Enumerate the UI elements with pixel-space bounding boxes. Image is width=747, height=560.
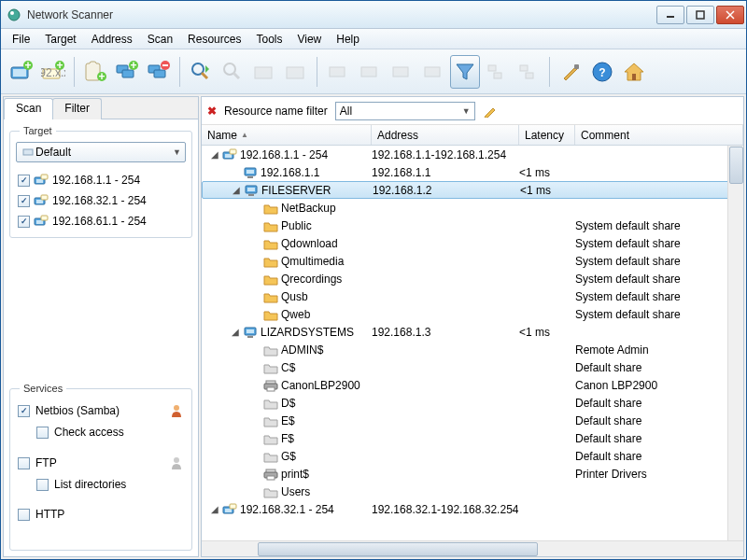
horizontal-scrollbar[interactable] [202, 540, 743, 556]
folder-g-icon [263, 396, 278, 411]
target-checkbox[interactable] [18, 175, 30, 187]
tree-row[interactable]: QdownloadSystem default share [202, 234, 743, 252]
target-checkbox[interactable] [18, 195, 30, 207]
service-checkbox[interactable] [18, 405, 30, 417]
chevron-down-icon: ▼ [462, 106, 471, 116]
row-address: 192.168.1.1 [372, 166, 519, 179]
minimize-button[interactable] [656, 6, 684, 24]
results-tree[interactable]: ◢192.168.1.1 - 254192.168.1.1-192.168.1.… [202, 146, 743, 540]
edit-filter-icon[interactable] [483, 104, 498, 119]
row-name: Qmultimedia [281, 255, 344, 268]
svg-line-27 [233, 73, 239, 78]
menu-scan[interactable]: Scan [140, 31, 180, 48]
col-address-header[interactable]: Address [372, 125, 519, 145]
close-button[interactable] [716, 6, 744, 24]
menu-target[interactable]: Target [37, 31, 83, 48]
tree-row[interactable]: 192.168.1.1192.168.1.1<1 ms [202, 163, 743, 181]
row-name: E$ [281, 414, 295, 427]
host-icon [244, 183, 259, 198]
expander-icon[interactable]: ◢ [209, 149, 219, 160]
service-checkbox[interactable] [18, 457, 30, 469]
tree-row[interactable]: QusbSystem default share [202, 287, 743, 305]
col-name-header[interactable]: Name▲ [202, 125, 372, 145]
svg-rect-35 [494, 73, 501, 78]
tree-row[interactable]: ADMIN$Remote Admin [202, 341, 743, 358]
svg-rect-30 [330, 67, 345, 77]
menu-file[interactable]: File [5, 31, 37, 48]
expander-icon[interactable]: ◢ [230, 327, 240, 337]
tool-b-button [355, 55, 385, 89]
add-range-button[interactable]: 192.x.x+ [38, 55, 68, 89]
tree-row[interactable]: QmultimediaSystem default share [202, 252, 743, 270]
col-latency-header[interactable]: Latency [519, 125, 575, 145]
chevron-down-icon: ▼ [173, 147, 181, 157]
list-button[interactable]: + [80, 55, 110, 89]
maximize-button[interactable] [686, 6, 714, 24]
service-label: Check access [54, 426, 124, 439]
tree-row[interactable]: F$Default share [202, 429, 743, 447]
tree-row[interactable]: CanonLBP2900Canon LBP2900 [202, 376, 743, 394]
tree-row[interactable]: NetBackup [202, 199, 743, 217]
tree-row[interactable]: QrecordingsSystem default share [202, 270, 743, 287]
svg-rect-28 [255, 67, 272, 78]
grid-header: Name▲ Address Latency Comment [202, 125, 743, 146]
row-comment: Default share [575, 397, 727, 410]
row-name: Qusb [281, 290, 308, 303]
row-comment: System default share [575, 255, 727, 268]
service-checkbox[interactable] [18, 509, 30, 521]
row-name: ADMIN$ [281, 343, 323, 357]
settings-button[interactable] [556, 55, 585, 89]
vertical-scrollbar[interactable] [727, 146, 743, 540]
tree-row[interactable]: E$Default share [202, 412, 743, 429]
tree-row[interactable]: G$Default share [202, 447, 743, 465]
left-tabs: Scan Filter [4, 97, 198, 119]
menu-view[interactable]: View [289, 31, 329, 48]
menu-tools[interactable]: Tools [248, 31, 289, 48]
filter-button[interactable] [450, 55, 480, 89]
svg-rect-56 [230, 149, 236, 154]
svg-rect-21 [154, 70, 165, 77]
menu-address[interactable]: Address [84, 31, 140, 48]
svg-rect-37 [526, 73, 533, 78]
tree-row[interactable]: Users [202, 483, 743, 500]
tree-row[interactable]: C$Default share [202, 358, 743, 376]
target-list: 192.168.1.1 - 254192.168.32.1 - 254192.1… [16, 170, 186, 231]
clear-filter-icon[interactable]: ✖ [207, 105, 217, 118]
help-button[interactable]: ? [587, 55, 617, 89]
service-checkbox[interactable] [36, 479, 49, 491]
svg-rect-71 [267, 476, 275, 480]
tab-filter[interactable]: Filter [52, 98, 102, 119]
tree-row[interactable]: ◢LIZARDSYSTEMS192.168.1.3<1 ms [202, 323, 743, 341]
tree-row[interactable]: ◢192.168.32.1 - 254192.168.32.1-192.168.… [202, 500, 743, 518]
menu-resources[interactable]: Resources [180, 31, 248, 48]
tree-row[interactable]: QwebSystem default share [202, 305, 743, 323]
target-label: 192.168.61.1 - 254 [52, 215, 147, 228]
tree-row[interactable]: ◢192.168.1.1 - 254192.168.1.1-192.168.1.… [202, 146, 743, 163]
scan-button[interactable] [186, 55, 216, 89]
tree-row[interactable]: print$Printer Drivers [202, 465, 743, 483]
svg-rect-38 [574, 64, 579, 69]
tab-scan[interactable]: Scan [4, 98, 53, 119]
expander-icon[interactable]: ◢ [231, 185, 241, 195]
target-combo[interactable]: Default ▼ [16, 142, 186, 162]
multi-remove-button[interactable] [144, 55, 174, 89]
right-panel: ✖ Resource name filter All ▼ Name▲ Addre… [201, 96, 744, 557]
svg-line-25 [202, 73, 207, 78]
service-checkbox[interactable] [36, 427, 49, 439]
tree-row[interactable]: D$Default share [202, 394, 743, 412]
svg-rect-55 [225, 154, 232, 158]
tree-row[interactable]: PublicSystem default share [202, 217, 743, 234]
multi-add-button[interactable]: + [112, 55, 142, 89]
add-target-button[interactable]: + [7, 55, 36, 89]
target-checkbox[interactable] [18, 216, 30, 228]
expander-icon[interactable]: ◢ [209, 504, 219, 514]
svg-rect-23 [162, 64, 168, 66]
target-fieldset: Target Default ▼ 192.168.1.1 - 254192.16… [9, 125, 192, 238]
tree-row[interactable]: ◢FILESERVER192.168.1.2<1 ms [202, 181, 743, 199]
col-comment-header[interactable]: Comment [575, 125, 743, 145]
filter-combo[interactable]: All ▼ [335, 102, 475, 120]
row-name: Qrecordings [281, 273, 342, 286]
home-button[interactable] [619, 55, 649, 89]
menu-help[interactable]: Help [329, 31, 367, 48]
svg-rect-45 [41, 175, 48, 179]
